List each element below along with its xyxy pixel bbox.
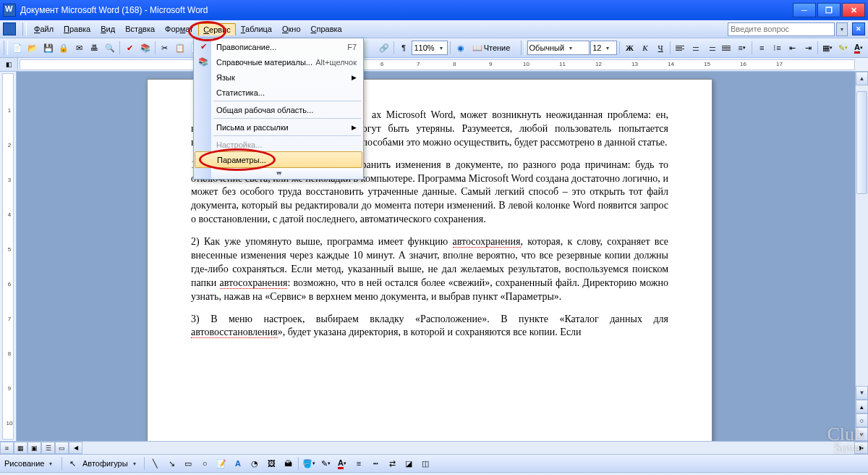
- align-center-button[interactable]: [689, 40, 703, 56]
- borders-button[interactable]: ▦▾: [820, 40, 835, 56]
- textbox-button[interactable]: 📝: [213, 455, 229, 471]
- numbered-list-button[interactable]: ≡: [754, 40, 769, 56]
- underline-button[interactable]: Ч: [653, 40, 668, 56]
- scroll-down-button[interactable]: ▼: [856, 386, 868, 400]
- paragraph[interactable]: 2) Как уже упомянуто выше, программа име…: [191, 235, 668, 303]
- reading-view-button[interactable]: ▭: [55, 442, 69, 454]
- print-preview-button[interactable]: 🔍: [103, 40, 117, 56]
- doc-close-button[interactable]: ✕: [852, 22, 865, 35]
- prev-page-button[interactable]: ▴: [856, 400, 868, 413]
- align-justify-button[interactable]: [719, 40, 733, 56]
- print-button[interactable]: 🖶: [87, 40, 101, 56]
- menu-item-options[interactable]: Параметры...: [195, 151, 362, 168]
- maximize-button[interactable]: ❐: [817, 3, 841, 17]
- permission-button[interactable]: 🔒: [56, 40, 71, 56]
- line-spacing-button[interactable]: ≡▾: [735, 40, 749, 56]
- web-view-button[interactable]: ▦: [14, 442, 27, 454]
- decrease-indent-button[interactable]: ⇤: [786, 40, 800, 56]
- diagram-button[interactable]: ◔: [247, 455, 263, 471]
- paragraph[interactable]: 3) В меню настроек, выбираем вкладку «Ра…: [191, 313, 668, 340]
- fill-color-button[interactable]: 🪣▾: [301, 455, 317, 471]
- menu-insert[interactable]: Вставка: [120, 22, 160, 35]
- menu-window[interactable]: Окно: [277, 22, 306, 35]
- grip-handle[interactable]: [521, 41, 525, 55]
- align-left-button[interactable]: [673, 40, 687, 56]
- scroll-track[interactable]: [856, 85, 868, 386]
- style-combo[interactable]: Обычный▾: [527, 41, 590, 55]
- autoshapes-menu[interactable]: Автофигуры▾: [81, 457, 142, 470]
- print-view-button[interactable]: ▣: [27, 442, 41, 454]
- close-button[interactable]: ✕: [842, 3, 865, 17]
- copy-button[interactable]: 📋: [173, 40, 187, 56]
- oval-button[interactable]: ○: [197, 455, 213, 471]
- grip-handle[interactable]: [22, 22, 27, 35]
- select-objects-button[interactable]: ↖: [64, 455, 80, 471]
- drawing-menu[interactable]: Рисование▾: [3, 457, 59, 470]
- menu-service[interactable]: Сервис: [198, 23, 236, 35]
- select-browse-button[interactable]: ○: [856, 413, 868, 427]
- show-formatting-button[interactable]: ¶: [396, 40, 411, 56]
- menu-table[interactable]: Таблица: [236, 22, 277, 35]
- save-button[interactable]: 💾: [41, 40, 55, 56]
- arrow-style-button[interactable]: ⇄: [384, 455, 400, 471]
- cut-button[interactable]: ✂: [158, 40, 172, 56]
- menu-help[interactable]: Справка: [306, 22, 347, 35]
- menu-item-customize[interactable]: Настройка...: [195, 137, 362, 152]
- ruler-corner[interactable]: ◧: [0, 58, 18, 71]
- bold-button[interactable]: Ж: [622, 40, 637, 56]
- font-size-combo[interactable]: 12▾: [590, 41, 617, 55]
- dash-style-button[interactable]: ┅: [367, 455, 383, 471]
- research-button[interactable]: 📚: [137, 40, 152, 56]
- italic-button[interactable]: К: [638, 40, 652, 56]
- menu-item-statistics[interactable]: Статистика...: [195, 85, 362, 100]
- minimize-button[interactable]: ─: [793, 3, 816, 17]
- menu-item-research[interactable]: 📚 Справочные материалы...Alt+щелчок: [195, 54, 362, 70]
- scroll-up-button[interactable]: ▲: [856, 72, 868, 85]
- line-style-button[interactable]: ≡: [351, 455, 367, 471]
- next-page-button[interactable]: ▾: [856, 427, 868, 441]
- menu-expand-button[interactable]: ▾▾: [195, 167, 362, 178]
- zoom-combo[interactable]: 110%▾: [412, 41, 448, 55]
- rectangle-button[interactable]: ▭: [180, 455, 196, 471]
- scroll-left-button[interactable]: ◀: [69, 442, 82, 454]
- menu-format[interactable]: Формат: [160, 22, 198, 35]
- highlight-button[interactable]: ✎▾: [836, 40, 851, 56]
- line-button[interactable]: ╲: [147, 455, 163, 471]
- menu-view[interactable]: Вид: [95, 22, 120, 35]
- 3d-button[interactable]: ◫: [417, 455, 433, 471]
- menu-item-mailings[interactable]: Письма и рассылки▶: [195, 119, 362, 135]
- hyperlink-button[interactable]: 🔗: [377, 40, 391, 56]
- email-button[interactable]: ✉: [72, 40, 86, 56]
- menu-file[interactable]: Файл: [29, 22, 59, 35]
- word-doc-icon[interactable]: [3, 22, 16, 35]
- menu-item-language[interactable]: Язык▶: [195, 70, 362, 85]
- help-button[interactable]: ◉: [453, 40, 467, 56]
- new-doc-button[interactable]: 📄: [10, 40, 25, 56]
- open-button[interactable]: 📂: [25, 40, 40, 56]
- increase-indent-button[interactable]: ⇥: [801, 40, 815, 56]
- picture-button[interactable]: 🏔: [280, 455, 296, 471]
- font-color-draw-button[interactable]: A▾: [334, 455, 350, 471]
- normal-view-button[interactable]: ≡: [0, 442, 14, 454]
- help-search-dropdown[interactable]: ▾: [836, 22, 848, 36]
- outline-view-button[interactable]: ☰: [41, 442, 55, 454]
- arrow-button[interactable]: ↘: [163, 455, 179, 471]
- clipart-button[interactable]: 🖼: [263, 455, 279, 471]
- reading-layout-button[interactable]: 📖 Чтение: [469, 40, 514, 56]
- vertical-ruler[interactable]: 123 456 789 10: [0, 72, 17, 441]
- align-right-button[interactable]: [704, 40, 718, 56]
- shadow-button[interactable]: ◪: [401, 455, 417, 471]
- menu-edit[interactable]: Правка: [59, 22, 95, 35]
- vertical-scrollbar[interactable]: ▲ ▼ ▴ ○ ▾: [855, 72, 868, 441]
- help-search-input[interactable]: [728, 22, 835, 36]
- font-color-button[interactable]: A▾: [851, 40, 866, 56]
- menu-item-shared-workspace[interactable]: Общая рабочая область...: [195, 102, 362, 117]
- menu-item-spelling[interactable]: ✔ Правописание...F7: [195, 39, 362, 54]
- wordart-button[interactable]: A: [230, 455, 246, 471]
- document-viewport[interactable]: ах Microsoft Word, может возникнуть неож…: [17, 72, 855, 441]
- scroll-right-button[interactable]: ▶: [854, 442, 868, 454]
- horizontal-ruler[interactable]: 123 456 789 101112 131415 1617: [20, 59, 855, 70]
- spelling-button[interactable]: ✔: [122, 40, 137, 56]
- scroll-thumb[interactable]: [856, 91, 867, 194]
- line-color-button[interactable]: ✎▾: [318, 455, 333, 471]
